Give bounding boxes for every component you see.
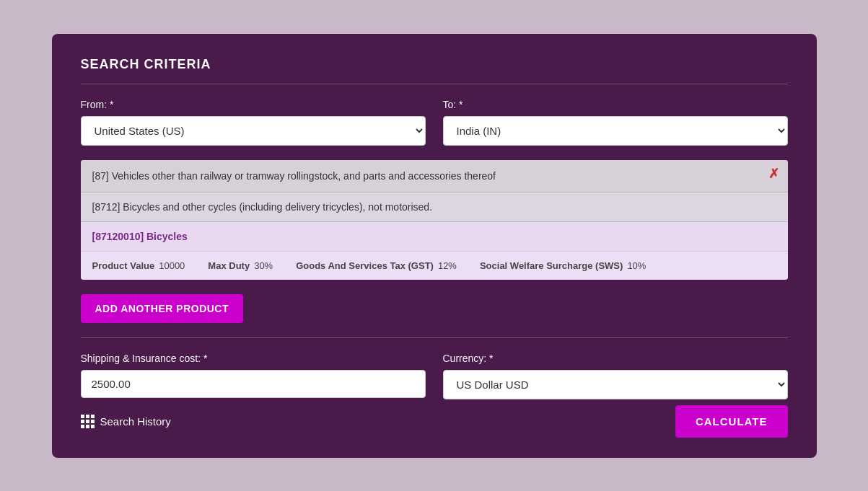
- shipping-label: Shipping & Insurance cost: *: [81, 353, 426, 364]
- grid-icon: [81, 415, 95, 428]
- product-meta-row: Product Value 10000 Max Duty 30% Goods A…: [81, 252, 788, 280]
- to-label: To: *: [443, 99, 788, 110]
- main-card: SEARCH CRITERIA From: * United States (U…: [52, 34, 817, 458]
- sws-item: Social Welfare Surcharge (SWS) 10%: [480, 260, 646, 271]
- add-product-button[interactable]: ADD ANOTHER PRODUCT: [81, 294, 244, 323]
- from-field-group: From: * United States (US) United Kingdo…: [81, 99, 426, 146]
- bottom-row: Search History CALCULATE: [81, 405, 788, 438]
- calculate-button[interactable]: CALCULATE: [675, 405, 788, 438]
- from-label: From: *: [81, 99, 426, 110]
- gst-item: Goods And Services Tax (GST) 12%: [296, 260, 457, 271]
- search-history-button[interactable]: Search History: [81, 415, 171, 428]
- product-row-hs8: [87120010] Bicycles: [81, 222, 788, 252]
- middle-divider: [81, 337, 788, 338]
- max-duty-item: Max Duty 30%: [208, 260, 273, 271]
- currency-label: Currency: *: [443, 353, 788, 364]
- shipping-input[interactable]: [81, 370, 426, 398]
- shipping-currency-row: Shipping & Insurance cost: * Currency: *…: [81, 353, 788, 399]
- to-select[interactable]: India (IN) China (CN) Japan (JP) Brazil …: [443, 116, 788, 146]
- close-product-button[interactable]: ✗: [768, 167, 779, 180]
- product-row-hs4: [8712] Bicycles and other cycles (includ…: [81, 193, 788, 222]
- currency-select[interactable]: US Dollar USD Euro EUR British Pound GBP…: [443, 370, 788, 399]
- from-to-row: From: * United States (US) United Kingdo…: [81, 99, 788, 146]
- product-row-hs2: [87] Vehicles other than railway or tram…: [81, 160, 788, 193]
- shipping-field-group: Shipping & Insurance cost: *: [81, 353, 426, 399]
- from-select[interactable]: United States (US) United Kingdom (UK) G…: [81, 116, 426, 146]
- section-title: SEARCH CRITERIA: [81, 57, 788, 72]
- product-box: [87] Vehicles other than railway or tram…: [81, 160, 788, 280]
- product-value-item: Product Value 10000: [92, 260, 185, 271]
- title-divider: [81, 84, 788, 84]
- to-field-group: To: * India (IN) China (CN) Japan (JP) B…: [443, 99, 788, 146]
- currency-field-group: Currency: * US Dollar USD Euro EUR Briti…: [443, 353, 788, 399]
